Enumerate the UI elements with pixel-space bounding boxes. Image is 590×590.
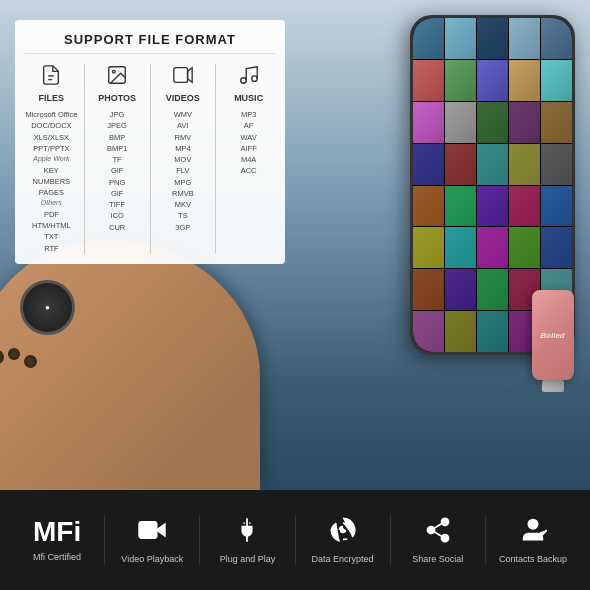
format-item: TS — [157, 210, 210, 221]
photo-cell — [445, 144, 476, 185]
svg-rect-4 — [174, 68, 188, 83]
photo-cell — [413, 102, 444, 143]
videos-column: Videos WMV AVI RMV MP4 MOV FLV MPG RMVB … — [157, 64, 210, 254]
file-format-card: SUPPORT FILE FORMAT Files — [15, 20, 285, 264]
format-item: KEY — [25, 165, 78, 176]
photo-cell — [445, 60, 476, 101]
feature-social: Share Social — [391, 516, 485, 565]
photo-cell — [509, 102, 540, 143]
svg-rect-7 — [139, 521, 157, 537]
photo-cell — [509, 18, 540, 59]
fingerprint-icon — [329, 516, 357, 548]
videos-title: Videos — [166, 93, 200, 103]
usb-plug-icon — [233, 516, 261, 548]
video-icon — [172, 64, 194, 91]
photo-cell — [445, 102, 476, 143]
photos-header: Photos — [91, 64, 144, 103]
format-item: Apple Work — [25, 154, 78, 165]
format-item: AVI — [157, 120, 210, 131]
top-section: SUPPORT FILE FORMAT Files — [0, 0, 590, 490]
format-item: HTM/HTML — [25, 220, 78, 231]
photo-cell — [477, 18, 508, 59]
encrypted-label: Data Encrypted — [312, 554, 374, 565]
photo-cell — [413, 186, 444, 227]
bead — [0, 350, 4, 364]
format-item: JPG — [91, 109, 144, 120]
files-list: Microsoft Office DOC/DOCX XLS/XLSX PPT/P… — [25, 109, 78, 254]
photo-cell — [509, 144, 540, 185]
photo-cell — [477, 269, 508, 310]
photos-column: Photos JPG JPEG BMP BMP1 TF GIF PNG GIF … — [91, 64, 144, 254]
usb-body: Bolied — [532, 290, 574, 380]
format-item: MKV — [157, 199, 210, 210]
photo-cell — [509, 227, 540, 268]
files-column: Files Microsoft Office DOC/DOCX XLS/XLSX… — [25, 64, 78, 254]
files-header: Files — [25, 64, 78, 103]
feature-encrypted: Data Encrypted — [296, 516, 390, 565]
music-header: Music — [222, 64, 275, 103]
format-item: JPEG — [91, 120, 144, 131]
photo-cell — [541, 102, 572, 143]
photos-list: JPG JPEG BMP BMP1 TF GIF PNG GIF TIFF IC… — [91, 109, 144, 233]
format-item: PAGES — [25, 187, 78, 198]
videos-list: WMV AVI RMV MP4 MOV FLV MPG RMVB MKV TS … — [157, 109, 210, 233]
social-label: Share Social — [412, 554, 463, 565]
format-item: TF — [91, 154, 144, 165]
music-column: Music MP3 AF WAV AIFF M4A ACC — [222, 64, 275, 254]
format-item: MOV — [157, 154, 210, 165]
format-item: FLV — [157, 165, 210, 176]
photo-cell — [445, 311, 476, 352]
format-item: MP3 — [222, 109, 275, 120]
video-label: Video Playback — [121, 554, 183, 565]
divider-1 — [84, 64, 85, 254]
file-format-title: SUPPORT FILE FORMAT — [25, 32, 275, 54]
format-item: MP4 — [157, 143, 210, 154]
photo-cell — [445, 186, 476, 227]
photo-cell — [477, 144, 508, 185]
camera-icon — [138, 516, 166, 548]
svg-point-6 — [251, 76, 257, 82]
format-item: AIFF — [222, 143, 275, 154]
bottom-feature-bar: MFi Mfi Certified Video Playback — [0, 490, 590, 590]
format-item: Microsoft Office — [25, 109, 78, 120]
format-item: RMVB — [157, 188, 210, 199]
photo-cell — [477, 186, 508, 227]
music-title: Music — [234, 93, 263, 103]
format-item: PNG — [91, 177, 144, 188]
photo-cell — [413, 60, 444, 101]
format-item: Others — [25, 198, 78, 209]
photo-cell — [445, 269, 476, 310]
videos-header: Videos — [157, 64, 210, 103]
music-icon — [238, 64, 260, 91]
svg-point-9 — [427, 526, 434, 533]
photo-cell — [445, 227, 476, 268]
feature-mfi: MFi Mfi Certified — [10, 518, 104, 563]
format-item: CUR — [91, 222, 144, 233]
format-item: AF — [222, 120, 275, 131]
svg-point-10 — [441, 534, 448, 541]
bead — [8, 348, 20, 360]
photo-cell — [477, 311, 508, 352]
photo-cell — [541, 60, 572, 101]
mfi-icon: MFi — [33, 518, 81, 546]
photo-icon — [106, 64, 128, 91]
format-item: BMP — [91, 132, 144, 143]
format-item: GIF — [91, 188, 144, 199]
svg-point-8 — [441, 518, 448, 525]
photo-cell — [413, 18, 444, 59]
format-item: M4A — [222, 154, 275, 165]
file-icon — [40, 64, 62, 91]
music-list: MP3 AF WAV AIFF M4A ACC — [222, 109, 275, 177]
main-container: SUPPORT FILE FORMAT Files — [0, 0, 590, 590]
usb-connector — [542, 380, 564, 392]
watch: ● — [20, 280, 75, 335]
format-item: TIFF — [91, 199, 144, 210]
photo-cell — [413, 269, 444, 310]
feature-contacts: Contacts Backup — [486, 516, 580, 565]
photo-cell — [541, 144, 572, 185]
format-item: RTF — [25, 243, 78, 254]
format-item: BMP1 — [91, 143, 144, 154]
plug-label: Plug and Play — [220, 554, 276, 565]
photo-cell — [477, 60, 508, 101]
photo-cell — [541, 227, 572, 268]
